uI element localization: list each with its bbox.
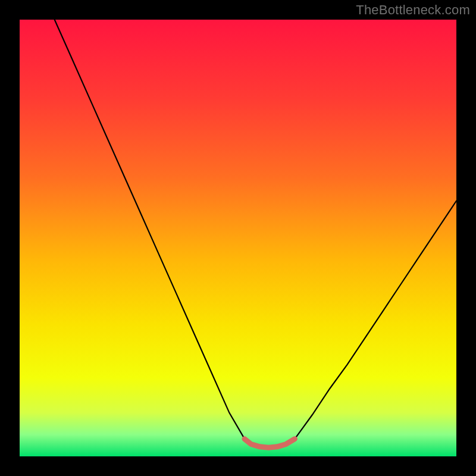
chart-frame: TheBottleneck.com — [0, 0, 476, 476]
bottleneck-chart — [20, 20, 456, 456]
attribution-label: TheBottleneck.com — [356, 2, 470, 18]
plot-background — [20, 20, 456, 456]
